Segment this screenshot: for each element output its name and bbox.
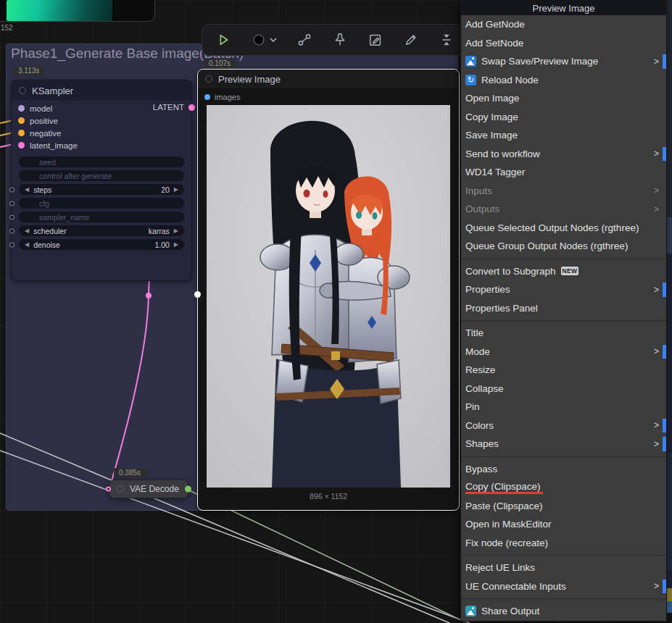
menu-item-add-getnode[interactable]: Add GetNode: [461, 15, 666, 34]
increment-arrow-icon[interactable]: ▶: [174, 187, 178, 193]
collapse-button[interactable]: [439, 32, 455, 48]
menu-item-reload-node[interactable]: Reload Node: [461, 71, 666, 90]
menu-item-ue-connectable-inputs[interactable]: UE Connectable Inputs>: [461, 577, 666, 596]
queue-dot-icon: [251, 32, 267, 48]
decrement-arrow-icon[interactable]: ◀: [25, 242, 29, 248]
menu-item-swap-save-preview-image[interactable]: Swap Save/Preview Image>: [461, 52, 666, 71]
chevron-down-icon: [270, 38, 277, 43]
menu-item-fix-node-recreate[interactable]: Fix node (recreate): [461, 534, 666, 553]
menu-item-open-in-maskeditor[interactable]: Open in MaskEditor: [461, 515, 666, 534]
port-dot[interactable]: [18, 117, 25, 124]
menu-item-title[interactable]: Title: [461, 324, 666, 343]
submenu-arrow-icon: >: [654, 420, 659, 430]
vae-timing-badge: 0.385s: [114, 468, 146, 477]
vae-input-port[interactable]: [106, 487, 111, 492]
port-dot[interactable]: [18, 105, 25, 112]
collapse-dot-icon[interactable]: [117, 485, 124, 493]
queue-mode-button[interactable]: [251, 32, 277, 48]
menu-item-properties[interactable]: Properties>: [461, 280, 666, 299]
menu-item-label: Save Image: [465, 130, 518, 141]
decrement-arrow-icon[interactable]: ◀: [25, 187, 29, 193]
menu-item-copy-clipspace[interactable]: Copy (Clipspace): [461, 478, 666, 497]
offscreen-node-card[interactable]: [0, 0, 155, 22]
port-dot[interactable]: [188, 104, 195, 111]
port-label: latent_image: [30, 141, 78, 150]
widget-input-socket[interactable]: [9, 228, 14, 233]
collapse-dot-icon[interactable]: [205, 75, 212, 83]
menu-item-paste-clipspace[interactable]: Paste (Clipspace): [461, 497, 666, 516]
menu-item-label: Swap Save/Preview Image: [481, 56, 598, 67]
port-dot[interactable]: [18, 130, 25, 136]
collapse-dot-icon[interactable]: [19, 87, 26, 94]
menu-item-label: Outputs: [465, 204, 499, 214]
pin-button[interactable]: [332, 32, 348, 48]
menu-item-shapes[interactable]: Shapes>: [461, 435, 666, 453]
preview-image-illustration: [207, 105, 450, 488]
menu-item-share-output[interactable]: Share Output: [461, 602, 666, 621]
menu-item-pin[interactable]: Pin: [461, 398, 666, 417]
widget-denoise[interactable]: ◀denoise1.00▶: [19, 239, 184, 250]
pencil-icon: [403, 32, 419, 48]
port-dot[interactable]: [204, 94, 210, 100]
menu-item-queue-selected-output-nodes-rgthree[interactable]: Queue Selected Output Nodes (rgthree): [461, 219, 666, 238]
ksampler-title-bar[interactable]: KSampler: [12, 80, 191, 101]
menu-item-label: Open in MaskEditor: [465, 519, 552, 530]
submenu-arrow-icon: >: [654, 204, 659, 214]
menu-item-open-image[interactable]: Open Image: [461, 89, 666, 108]
menu-item-mode[interactable]: Mode>: [461, 343, 666, 361]
background-artifact-strip: [667, 0, 672, 623]
preview-image-node[interactable]: Preview Image images: [197, 69, 460, 511]
menu-item-outputs: Outputs>: [461, 200, 666, 219]
menu-item-reject-ue-links[interactable]: Reject UE Links: [461, 559, 666, 577]
menu-item-send-to-workflow[interactable]: Send to workflow>: [461, 145, 666, 164]
menu-item-convert-to-subgraph[interactable]: Convert to SubgraphNEW: [461, 262, 666, 281]
menu-item-wd14-tagger[interactable]: WD14 Tagger: [461, 163, 666, 182]
edit-group-button[interactable]: [368, 32, 383, 48]
menu-item-label: Reject UE Links: [465, 562, 535, 573]
port-label: positive: [30, 117, 58, 125]
menu-item-collapse[interactable]: Collapse: [461, 380, 666, 398]
vae-decode-node[interactable]: VAE Decode: [109, 480, 188, 498]
widget-steps[interactable]: ◀steps20▶: [19, 184, 184, 195]
edit-square-icon: [368, 32, 383, 48]
widget-scheduler[interactable]: ◀schedulerkarras▶: [19, 225, 184, 236]
rename-button[interactable]: [403, 32, 419, 48]
widget-input-socket[interactable]: [9, 201, 14, 206]
ksampler-node[interactable]: KSampler LATENT modelpositivenegativelat…: [11, 80, 192, 281]
vae-output-port[interactable]: [185, 486, 191, 493]
menu-item-properties-panel[interactable]: Properties Panel: [461, 299, 666, 318]
widget-input-socket[interactable]: [9, 214, 14, 219]
preview-title-bar[interactable]: Preview Image: [198, 70, 459, 88]
run-button[interactable]: [215, 32, 231, 48]
menu-separator: [461, 453, 666, 460]
menu-item-label: Add SetNode: [465, 38, 523, 49]
submenu-accent-bar: [663, 437, 666, 451]
menu-item-queue-group-output-nodes-rgthree[interactable]: Queue Group Output Nodes (rgthree): [461, 237, 666, 256]
widget-input-socket[interactable]: [9, 187, 14, 192]
context-menu: Preview Image Add GetNodeAdd SetNodeSwap…: [460, 0, 667, 622]
widget-sampler-name: sampler_name: [19, 212, 184, 222]
menu-item-label: Pin: [465, 401, 480, 412]
decrement-arrow-icon[interactable]: ◀: [25, 228, 29, 234]
menu-item-bypass[interactable]: Bypass: [461, 460, 666, 479]
node-title: KSampler: [32, 85, 73, 96]
menu-item-copy-image[interactable]: Copy Image: [461, 108, 666, 127]
menu-item-label: Inputs: [465, 185, 492, 196]
increment-arrow-icon[interactable]: ▶: [174, 242, 178, 248]
menu-item-save-image[interactable]: Save Image: [461, 126, 666, 145]
widget-value: karras: [149, 227, 170, 235]
increment-arrow-icon[interactable]: ▶: [174, 228, 178, 234]
menu-item-label: Bypass: [465, 464, 497, 474]
menu-item-label: Add GetNode: [465, 19, 525, 30]
play-icon: [215, 32, 231, 48]
menu-item-resize[interactable]: Resize: [461, 361, 666, 380]
link-anchor-dot[interactable]: [194, 291, 201, 298]
port-dot[interactable]: [18, 142, 25, 149]
menu-item-colors[interactable]: Colors>: [461, 417, 666, 435]
widget-seed: seed: [19, 156, 184, 167]
menu-item-inputs: Inputs>: [461, 182, 666, 201]
widget-name: scheduler: [33, 227, 149, 235]
link-mode-button[interactable]: [296, 32, 312, 48]
widget-input-socket[interactable]: [9, 242, 14, 247]
menu-item-add-setnode[interactable]: Add SetNode: [461, 34, 666, 53]
